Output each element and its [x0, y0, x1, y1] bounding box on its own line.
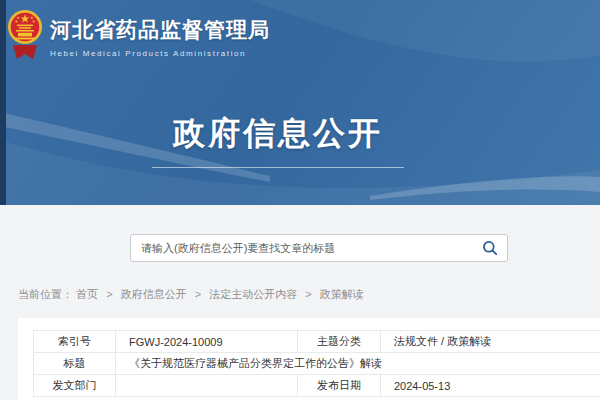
agency-logo-block: 河北省药品监督管理局 Hebei Medical Products Admini…	[7, 7, 270, 61]
issuing-department-value	[116, 375, 298, 397]
breadcrumb: 当前位置： 首页 > 政府信息公开 > 法定主动公开内容 > 政策解读	[18, 287, 364, 302]
breadcrumb-item-home[interactable]: 首页	[76, 288, 98, 300]
breadcrumb-prefix: 当前位置：	[18, 288, 73, 300]
record-card: 索引号 FGWJ-2024-10009 主题分类 法规文件 / 政策解读 标题 …	[18, 318, 600, 400]
issuing-department-label: 发文部门	[34, 375, 116, 397]
breadcrumb-item-info-disclosure[interactable]: 政府信息公开	[121, 288, 187, 300]
publish-date-label: 发布日期	[298, 375, 381, 397]
page-title: 政府信息公开	[173, 112, 383, 156]
search-icon	[482, 240, 498, 256]
search-button[interactable]	[473, 235, 507, 261]
breadcrumb-separator: >	[106, 288, 112, 300]
publish-date-value: 2024-05-13	[381, 375, 600, 397]
search-box	[130, 234, 508, 262]
table-row: 标题 《关于规范医疗器械产品分类界定工作的公告》解读	[34, 353, 600, 375]
left-edge-strip	[0, 0, 6, 205]
index-number-label: 索引号	[34, 331, 116, 353]
table-row: 发文部门 发布日期 2024-05-13	[34, 375, 600, 397]
table-row: 索引号 FGWJ-2024-10009 主题分类 法规文件 / 政策解读	[34, 331, 600, 353]
breadcrumb-item-policy-interpretation[interactable]: 政策解读	[320, 288, 364, 300]
banner-underline	[152, 167, 404, 168]
index-number-value: FGWJ-2024-10009	[116, 331, 298, 353]
breadcrumb-separator: >	[305, 288, 311, 300]
title-label: 标题	[34, 353, 116, 375]
national-emblem-icon	[7, 7, 43, 61]
breadcrumb-item-statutory-content[interactable]: 法定主动公开内容	[209, 288, 297, 300]
breadcrumb-separator: >	[195, 288, 201, 300]
subject-category-value: 法规文件 / 政策解读	[381, 331, 600, 353]
subject-category-label: 主题分类	[298, 331, 381, 353]
title-value: 《关于规范医疗器械产品分类界定工作的公告》解读	[116, 353, 600, 375]
page-header: 河北省药品监督管理局 Hebei Medical Products Admini…	[0, 0, 600, 205]
search-input[interactable]	[131, 235, 473, 261]
agency-name-cn: 河北省药品监督管理局	[50, 16, 270, 44]
record-table: 索引号 FGWJ-2024-10009 主题分类 法规文件 / 政策解读 标题 …	[33, 330, 600, 397]
agency-name-en: Hebei Medical Products Administration	[50, 49, 270, 58]
